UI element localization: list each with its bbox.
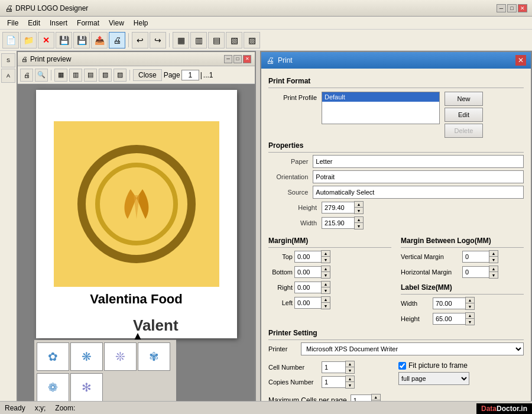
label-width-down[interactable]: ▼ (466, 303, 474, 309)
label-height-up[interactable]: ▲ (466, 313, 474, 319)
label-height-down[interactable]: ▼ (466, 319, 474, 325)
view3-button[interactable]: ▤ (208, 32, 225, 48)
full-page-select[interactable]: full page (398, 372, 469, 385)
height-up[interactable]: ▲ (355, 202, 363, 208)
redo-button[interactable]: ↪ (150, 32, 166, 48)
new-button[interactable]: 📄 (2, 32, 19, 48)
preview-view1[interactable]: ▦ (54, 69, 67, 82)
save-button[interactable]: 💾 (56, 32, 72, 48)
watermark: DataDoctor.in (476, 403, 532, 414)
left-margin-up[interactable]: ▲ (322, 297, 330, 303)
thumb-6: ✻ (70, 373, 103, 402)
format-divider (268, 88, 524, 88)
vertical-margin-input[interactable] (462, 251, 489, 263)
sidebar-tool-1[interactable]: S (1, 53, 15, 67)
view4-button[interactable]: ▧ (226, 32, 242, 48)
profile-default[interactable]: Default (322, 92, 439, 102)
left-margin-btns: ▲ ▼ (321, 296, 330, 309)
vertical-margin-up[interactable]: ▲ (489, 251, 498, 257)
menu-insert[interactable]: Insert (45, 18, 72, 28)
menu-file[interactable]: File (2, 18, 23, 28)
label-width-up[interactable]: ▲ (466, 297, 474, 303)
label-width-btns: ▲ ▼ (465, 297, 475, 310)
printer-row: Printer Microsoft XPS Document Writer (268, 342, 524, 355)
preview-view3[interactable]: ▤ (84, 69, 97, 82)
copies-number-down[interactable]: ▼ (346, 382, 354, 388)
menu-format[interactable]: Format (72, 18, 104, 28)
profile-row: Print Profile Default New Edit Delete (268, 92, 524, 138)
horizontal-margin-down[interactable]: ▼ (489, 272, 498, 278)
view1-button[interactable]: ▦ (173, 32, 189, 48)
view5-button[interactable]: ▨ (244, 32, 260, 48)
export-button[interactable]: 📤 (91, 32, 108, 48)
width-down[interactable]: ▼ (355, 223, 363, 229)
preview-minimize[interactable]: ─ (224, 55, 232, 63)
save-as-button[interactable]: 💾 (73, 32, 90, 48)
print-button[interactable]: 🖨 (109, 32, 125, 48)
preview-view4[interactable]: ▧ (99, 69, 112, 82)
preview-zoom-btn[interactable]: 🔍 (35, 69, 48, 82)
preview-view5[interactable]: ▨ (113, 69, 126, 82)
preview-maximize[interactable]: □ (233, 55, 242, 63)
paper-input[interactable] (313, 155, 524, 168)
edit-profile-button[interactable]: Edit (445, 108, 483, 122)
preview-print-btn[interactable]: 🖨 (20, 69, 33, 82)
fit-picture-checkbox[interactable] (398, 362, 406, 370)
vertical-margin-down[interactable]: ▼ (489, 257, 498, 263)
open-button[interactable]: 📁 (20, 32, 37, 48)
left-margin-down[interactable]: ▼ (322, 303, 330, 309)
width-input[interactable] (322, 217, 354, 229)
preview-icon: 🖨 (21, 56, 28, 63)
horizontal-margin-input[interactable] (462, 266, 489, 278)
left-margin-input[interactable] (294, 297, 321, 309)
max-cells-up[interactable]: ▲ (372, 394, 380, 400)
height-input[interactable] (322, 202, 354, 214)
bottom-margin-down[interactable]: ▼ (322, 272, 330, 278)
preview-close[interactable]: ✕ (243, 55, 251, 63)
top-margin-up[interactable]: ▲ (322, 251, 330, 257)
close-doc-button[interactable]: ✕ (38, 32, 54, 48)
menu-edit[interactable]: Edit (23, 18, 45, 28)
source-input[interactable] (313, 186, 524, 199)
sidebar-tool-2[interactable]: A (1, 69, 15, 83)
orientation-input[interactable] (313, 170, 524, 183)
undo-button[interactable]: ↩ (132, 32, 148, 48)
label-width-input[interactable] (433, 297, 465, 309)
maximize-button[interactable]: □ (507, 4, 517, 12)
top-margin-input[interactable] (294, 251, 321, 263)
new-profile-button[interactable]: New (445, 92, 483, 106)
height-down[interactable]: ▼ (355, 208, 363, 214)
right-margin-input[interactable] (294, 282, 321, 293)
width-up[interactable]: ▲ (355, 217, 363, 223)
bottom-margin-up[interactable]: ▲ (322, 266, 330, 272)
preview-close-btn[interactable]: Close (133, 69, 162, 81)
menu-view[interactable]: View (104, 18, 129, 28)
dialog-title: Print (278, 56, 293, 64)
cell-number-down[interactable]: ▼ (346, 367, 354, 373)
right-margin-up[interactable]: ▲ (322, 282, 330, 287)
profile-label: Print Profile (268, 92, 322, 101)
main-area: S A 🖨 Print preview ─ □ ✕ 🖨 🔍 ▦ ▥ ▤ ▧ ▨ … (0, 51, 532, 414)
close-button[interactable]: ✕ (518, 4, 527, 12)
copies-number-input[interactable] (322, 376, 345, 388)
printer-select[interactable]: Microsoft XPS Document Writer (301, 342, 524, 355)
horizontal-margin-up[interactable]: ▲ (489, 266, 498, 272)
right-margin-btns: ▲ ▼ (321, 281, 330, 294)
copies-number-up[interactable]: ▲ (346, 376, 354, 382)
cell-number-input[interactable] (322, 361, 345, 373)
cell-number-up[interactable]: ▲ (346, 361, 354, 367)
thumb-3: ❊ (104, 342, 137, 371)
top-margin-down[interactable]: ▼ (322, 257, 330, 263)
bottom-margin-input[interactable] (294, 266, 321, 278)
preview-view2[interactable]: ▥ (69, 69, 82, 82)
page-number-input[interactable] (181, 70, 199, 80)
profile-box: Default (322, 92, 440, 124)
label-height-input[interactable] (433, 313, 465, 325)
view2-button[interactable]: ▥ (190, 32, 207, 48)
source-row: Source (268, 186, 524, 199)
menu-help[interactable]: Help (129, 18, 153, 28)
delete-profile-button[interactable]: Delete (445, 124, 483, 138)
dialog-close-button[interactable]: ✕ (515, 55, 526, 66)
right-margin-down[interactable]: ▼ (322, 287, 330, 293)
minimize-button[interactable]: ─ (497, 4, 506, 12)
